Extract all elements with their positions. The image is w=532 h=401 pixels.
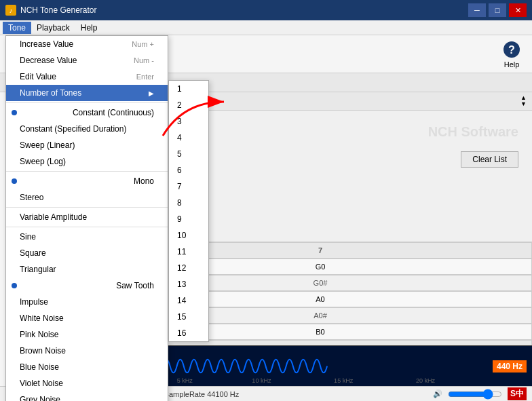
constant-continuous-label: Constant (Continuous) [73,108,154,117]
clear-list-button[interactable]: Clear List [461,151,518,168]
menu-sine[interactable]: Sine [6,229,168,245]
speaker-icon: 🔊 [433,389,442,398]
svg-text:10 kHz: 10 kHz [252,377,271,384]
menu-sep-4 [6,227,168,227]
submenu-item-11[interactable]: 11 [169,244,208,260]
submenu-item-5[interactable]: 5 [169,146,208,162]
scroll-arrows[interactable]: ▲▼ [520,95,527,107]
menu-sweep-log[interactable]: Sweep (Log) [6,153,168,170]
logo-badge: S中 [508,387,527,400]
submenu-item-12[interactable]: 12 [169,260,208,276]
status-right: 🔊 S中 [433,387,527,400]
volume-slider[interactable] [448,389,502,400]
white-noise-label: White Noise [20,313,64,323]
edit-value-label: Edit Value [20,72,56,81]
submenu-item-10[interactable]: 10 [169,227,208,244]
maximize-button[interactable]: □ [489,3,506,17]
submenu-item-3[interactable]: 3 [169,113,208,130]
menu-constant-continuous[interactable]: Constant (Continuous) [6,104,168,121]
menu-mono[interactable]: Mono [6,173,168,189]
menu-stereo[interactable]: Stereo [6,189,168,206]
menu-sep-1 [6,102,168,103]
menu-square[interactable]: Square [6,245,168,261]
menu-edit-value[interactable]: Edit Value Enter [6,69,168,85]
nch-watermark: NCH Software [428,124,518,140]
svg-text:?: ? [508,44,515,56]
close-button[interactable]: ✕ [509,3,527,17]
menu-sep-3 [6,207,168,208]
menu-playback[interactable]: Playback [31,22,75,34]
menu-tone[interactable]: Tone [3,22,31,34]
submenu-item-15[interactable]: 15 [169,309,208,325]
increase-value-label: Increase Value [20,39,73,49]
menu-violet-noise[interactable]: Violet Noise [6,375,168,392]
constant-specified-label: Constant (Specified Duration) [20,124,126,134]
variable-amplitude-label: Variable Amplitude [20,212,87,222]
menu-blue-noise[interactable]: Blue Noise [6,359,168,375]
menu-increase-value[interactable]: Increase Value Num + [6,36,168,52]
freq-badge: 440 Hz [493,360,527,373]
sweep-log-label: Sweep (Log) [20,157,66,166]
app-icon: ♪ [5,5,16,16]
submenu-item-8[interactable]: 8 [169,195,208,211]
number-of-tones-arrow: ▶ [149,90,154,97]
constant-continuous-dot [12,110,17,115]
title-bar-left: ♪ NCH Tone Generator [5,5,97,16]
menu-saw-tooth[interactable]: Saw Tooth [6,278,168,294]
decrease-value-label: Decrease Value [20,56,77,65]
menu-triangular[interactable]: Triangular [6,261,168,278]
submenu-item-2[interactable]: 2 [169,97,208,113]
submenu-item-16[interactable]: 16 [169,325,208,341]
number-of-tones-submenu: 1 2 3 4 5 6 7 8 9 10 11 12 13 14 15 16 [168,80,209,342]
number-of-tones-label: Number of Tones [20,88,81,98]
menu-impulse[interactable]: Impulse [6,294,168,310]
decrease-value-shortcut: Num - [134,56,154,64]
sine-label: Sine [20,232,36,242]
svg-text:20 kHz: 20 kHz [416,377,436,384]
menu-brown-noise[interactable]: Brown Noise [6,343,168,359]
sweep-linear-label: Sweep (Linear) [20,140,75,150]
menu-sweep-linear[interactable]: Sweep (Linear) [6,137,168,153]
submenu-item-4[interactable]: 4 [169,130,208,146]
submenu-item-13[interactable]: 13 [169,276,208,292]
minimize-button[interactable]: ─ [468,3,486,17]
edit-value-shortcut: Enter [136,73,154,81]
impulse-label: Impulse [20,297,48,307]
menu-bar: Tone Playback Help [0,20,532,35]
help-icon: ? [502,40,521,59]
submenu-item-1[interactable]: 1 [169,81,208,97]
pink-noise-label: Pink Noise [20,330,58,339]
menu-number-of-tones[interactable]: Number of Tones ▶ [6,85,168,101]
menu-sep-2 [6,171,168,172]
menu-decrease-value[interactable]: Decrease Value Num - [6,52,168,69]
submenu-item-7[interactable]: 7 [169,178,208,195]
svg-text:5 kHz: 5 kHz [177,377,193,384]
mono-dot [12,178,17,184]
menu-constant-specified[interactable]: Constant (Specified Duration) [6,121,168,137]
spectrum-area: 1 kHz 5 kHz 10 kHz 15 kHz 20 kHz 440 Hz [109,345,532,386]
saw-tooth-label: Saw Tooth [116,281,154,290]
menu-variable-amplitude[interactable]: Variable Amplitude [6,209,168,225]
submenu-item-9[interactable]: 9 [169,211,208,227]
submenu-item-6[interactable]: 6 [169,162,208,178]
title-bar-controls[interactable]: ─ □ ✕ [468,3,527,17]
tone-menu-popup: Increase Value Num + Decrease Value Num … [5,35,168,401]
increase-value-shortcut: Num + [132,40,154,48]
submenu-item-14[interactable]: 14 [169,292,208,309]
blue-noise-label: Blue Noise [20,362,59,372]
saw-tooth-dot [12,283,17,288]
triangular-label: Triangular [20,265,56,274]
stereo-label: Stereo [20,193,43,202]
title-bar: ♪ NCH Tone Generator ─ □ ✕ [0,0,532,20]
svg-text:15 kHz: 15 kHz [334,377,354,384]
menu-help[interactable]: Help [75,22,103,34]
menu-grey-noise[interactable]: Grey Noise [6,392,168,401]
square-label: Square [20,248,46,258]
mono-label: Mono [134,176,154,186]
help-button[interactable]: ? Help [497,37,527,71]
grey-noise-label: Grey Noise [20,395,60,401]
menu-pink-noise[interactable]: Pink Noise [6,326,168,343]
brown-noise-label: Brown Noise [20,346,66,356]
violet-noise-label: Violet Noise [20,379,63,388]
menu-white-noise[interactable]: White Noise [6,310,168,326]
